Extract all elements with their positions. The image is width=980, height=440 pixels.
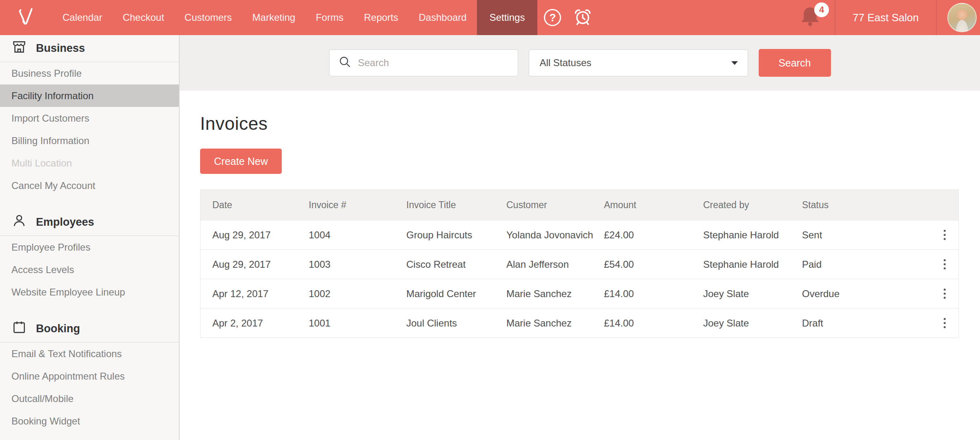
cell-created-by: Joey Slate	[703, 288, 802, 300]
invoices-content: Invoices Create New Date Invoice # Invoi…	[180, 91, 980, 338]
sidebar-item-booking-widget[interactable]: Booking Widget	[0, 410, 179, 432]
sidebar-item-employee-profiles[interactable]: Employee Profiles	[0, 236, 179, 258]
table-row[interactable]: Apr 12, 2017 1002 Marigold Center Marie …	[200, 279, 958, 308]
sidebar-item-facility-information[interactable]: Facility Information	[0, 84, 179, 107]
cell-amount: £14.00	[604, 288, 703, 300]
sidebar-item-billing-information[interactable]: Billing Information	[0, 129, 179, 152]
nav-item-checkout[interactable]: Checkout	[112, 0, 174, 35]
search-field-container	[329, 49, 518, 76]
cell-created-by: Joey Slate	[703, 318, 802, 329]
row-actions-kebab-icon[interactable]	[940, 285, 949, 302]
col-header-status: Status	[802, 200, 936, 211]
settings-sidebar: Business Business Profile Facility Infor…	[0, 35, 180, 440]
sidebar-item-business-profile[interactable]: Business Profile	[0, 62, 179, 84]
sidebar-section-title: Business	[36, 42, 85, 55]
sidebar-section-employees: Employees Employee Profiles Access Level…	[0, 209, 179, 303]
col-header-invoice-no: Invoice #	[309, 200, 406, 211]
primary-nav: Calendar Checkout Customers Marketing Fo…	[52, 0, 537, 35]
caret-down-icon	[731, 61, 738, 65]
cell-date: Aug 29, 2017	[212, 229, 309, 241]
user-avatar[interactable]	[947, 3, 977, 32]
top-nav: Calendar Checkout Customers Marketing Fo…	[0, 0, 980, 35]
business-location-name[interactable]: 77 East Salon	[835, 0, 936, 35]
row-actions-kebab-icon[interactable]	[940, 227, 949, 243]
vagaro-logo[interactable]	[0, 0, 52, 35]
status-filter-dropdown[interactable]: All Statuses	[529, 49, 748, 76]
col-header-customer: Customer	[506, 200, 604, 211]
table-row[interactable]: Apr 2, 2017 1001 Joul Clients Marie Sanc…	[200, 308, 958, 338]
cell-customer: Alan Jefferson	[506, 259, 604, 270]
nav-item-reports[interactable]: Reports	[354, 0, 408, 35]
cell-date: Apr 2, 2017	[212, 318, 309, 329]
help-button[interactable]: ?	[537, 0, 568, 35]
sidebar-header-employees: Employees	[0, 209, 179, 236]
cell-customer: Marie Sanchez	[506, 288, 604, 300]
sidebar-header-booking: Booking	[0, 316, 179, 342]
cell-status: Sent	[802, 229, 936, 241]
col-header-invoice-title: Invoice Title	[406, 200, 506, 211]
cell-title: Joul Clients	[406, 318, 506, 329]
cell-invoice-no: 1002	[309, 288, 406, 300]
search-button[interactable]: Search	[759, 49, 831, 77]
cell-invoice-no: 1004	[309, 229, 406, 241]
person-icon	[11, 213, 27, 231]
sidebar-section-booking: Booking Email & Text Notifications Onlin…	[0, 316, 179, 432]
cell-created-by: Stephanie Harold	[703, 229, 802, 241]
cell-created-by: Stephanie Harold	[703, 259, 802, 270]
cell-status: Paid	[802, 259, 936, 270]
table-row[interactable]: Aug 29, 2017 1004 Group Haircuts Yolanda…	[200, 220, 958, 249]
nav-item-forms[interactable]: Forms	[305, 0, 354, 35]
nav-item-customers[interactable]: Customers	[174, 0, 242, 35]
nav-item-calendar[interactable]: Calendar	[52, 0, 112, 35]
page-title: Invoices	[200, 113, 959, 134]
cell-status: Overdue	[802, 288, 936, 300]
avatar-container	[937, 0, 980, 35]
cell-customer: Marie Sanchez	[506, 318, 604, 329]
sidebar-header-business: Business	[0, 35, 179, 62]
sidebar-section-title: Employees	[36, 216, 94, 229]
calendar-icon	[11, 320, 27, 338]
col-header-date: Date	[212, 200, 309, 211]
search-icon	[339, 56, 358, 70]
cell-customer: Yolanda Jovonavich	[506, 229, 604, 241]
cell-amount: £54.00	[604, 259, 703, 270]
nav-item-marketing[interactable]: Marketing	[242, 0, 305, 35]
table-row[interactable]: Aug 29, 2017 1003 Cisco Retreat Alan Jef…	[200, 249, 958, 279]
row-actions-kebab-icon[interactable]	[940, 256, 949, 273]
notification-count-badge: 4	[814, 2, 829, 17]
search-input[interactable]	[358, 57, 510, 69]
main-panel: All Statuses Search Invoices Create New …	[180, 35, 980, 440]
cell-invoice-no: 1001	[309, 318, 406, 329]
invoices-table: Date Invoice # Invoice Title Customer Am…	[200, 189, 959, 338]
sidebar-item-outcall-mobile[interactable]: Outcall/Mobile	[0, 387, 179, 410]
invoice-filter-bar: All Statuses Search	[180, 35, 980, 91]
storefront-icon	[11, 39, 27, 58]
row-actions-kebab-icon[interactable]	[940, 315, 949, 331]
vagaro-v-icon	[14, 4, 38, 31]
cell-status: Draft	[802, 318, 936, 329]
cell-title: Group Haircuts	[406, 229, 506, 241]
col-header-created-by: Created by	[703, 200, 802, 211]
cell-amount: £14.00	[604, 318, 703, 329]
alarm-clock-icon	[572, 7, 593, 29]
cell-date: Aug 29, 2017	[212, 259, 309, 270]
sidebar-item-email-text-notifications[interactable]: Email & Text Notifications	[0, 342, 179, 365]
cell-title: Marigold Center	[406, 288, 506, 300]
sidebar-section-title: Booking	[36, 322, 80, 335]
reminders-button[interactable]	[568, 0, 598, 35]
nav-item-settings[interactable]: Settings	[477, 0, 538, 35]
notifications-button[interactable]: 4	[793, 0, 835, 35]
status-filter-value: All Statuses	[540, 57, 592, 69]
create-new-button[interactable]: Create New	[200, 149, 282, 174]
sidebar-item-website-employee-lineup[interactable]: Website Employee Lineup	[0, 281, 179, 303]
question-mark-icon: ?	[544, 9, 561, 26]
sidebar-section-business: Business Business Profile Facility Infor…	[0, 35, 179, 197]
sidebar-item-access-levels[interactable]: Access Levels	[0, 258, 179, 281]
sidebar-item-cancel-my-account[interactable]: Cancel My Account	[0, 174, 179, 197]
nav-right-group: 4 77 East Salon	[793, 0, 980, 35]
sidebar-item-import-customers[interactable]: Import Customers	[0, 107, 179, 129]
nav-item-dashboard[interactable]: Dashboard	[408, 0, 477, 35]
table-header-row: Date Invoice # Invoice Title Customer Am…	[200, 190, 958, 220]
cell-amount: £24.00	[604, 229, 703, 241]
sidebar-item-online-appointment-rules[interactable]: Online Appointment Rules	[0, 365, 179, 387]
